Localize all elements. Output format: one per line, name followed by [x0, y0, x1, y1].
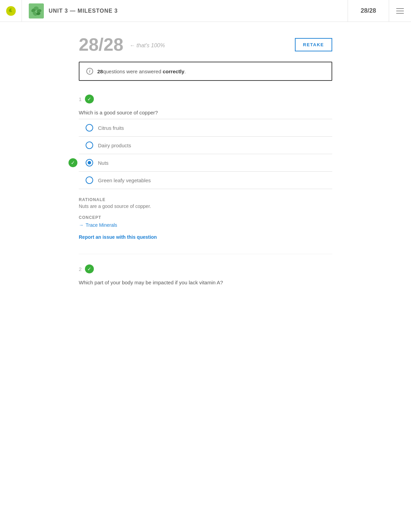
option-dairy-products-label: Dairy products — [98, 143, 131, 148]
unit-title: UNIT 3 — MILESTONE 3 — [49, 8, 118, 14]
unit-icon — [29, 3, 44, 18]
radio-citrus-fruits[interactable] — [86, 124, 93, 132]
question-2-block: 2 ✓ Which part of your body may be impac… — [79, 264, 332, 285]
header-score: 28/28 — [348, 0, 389, 22]
concept-link[interactable]: → Trace Minerals — [79, 222, 117, 228]
svg-rect-0 — [29, 3, 44, 18]
option-citrus-fruits-label: Citrus fruits — [98, 125, 124, 131]
radio-nuts[interactable] — [86, 159, 93, 166]
question-1-number: 1 — [79, 96, 82, 102]
option-nuts-correct-icon: ✓ — [68, 158, 77, 167]
question-2-number: 2 — [79, 266, 82, 272]
concept-label: CONCEPT — [79, 215, 332, 220]
option-nuts[interactable]: ✓ Nuts — [79, 154, 332, 171]
option-dairy-products[interactable]: Dairy products — [79, 136, 332, 154]
rationale-section: RATIONALE Nuts are a good source of copp… — [79, 197, 332, 240]
header-menu-button[interactable] — [389, 0, 411, 22]
score-left: 28/28 ← that's 100% — [79, 36, 165, 53]
question-2-correct-icon: ✓ — [85, 264, 94, 273]
header-unit-info: UNIT 3 — MILESTONE 3 — [22, 0, 348, 22]
score-display: 28/28 — [79, 36, 123, 53]
app-logo[interactable] — [0, 0, 22, 22]
question-2-header: 2 ✓ — [79, 264, 332, 273]
option-citrus-fruits[interactable]: Citrus fruits — [79, 119, 332, 136]
question-1-block: 1 ✓ Which is a good source of copper? Ci… — [79, 95, 332, 240]
info-icon: i — [86, 68, 93, 75]
radio-dairy-products[interactable] — [86, 141, 93, 149]
report-issue-link[interactable]: Report an issue with this question — [79, 234, 157, 240]
concept-link-text: Trace Minerals — [86, 222, 117, 228]
rationale-label: RATIONALE — [79, 197, 332, 202]
question-1-header: 1 ✓ — [79, 95, 332, 103]
option-green-leafy[interactable]: Green leafy vegetables — [79, 171, 332, 189]
question-1-text: Which is a good source of copper? — [79, 110, 332, 115]
option-green-leafy-label: Green leafy vegetables — [98, 177, 151, 183]
question-divider — [79, 254, 332, 254]
score-section: 28/28 ← that's 100% RETAKE — [79, 36, 332, 53]
retake-button[interactable]: RETAKE — [295, 38, 332, 51]
option-nuts-label: Nuts — [98, 160, 109, 166]
info-text: 28questions were answered correctly. — [97, 69, 186, 74]
main-content: 28/28 ← that's 100% RETAKE i 28questions… — [72, 22, 339, 320]
question-1-options: Citrus fruits Dairy products ✓ Nuts G — [79, 119, 332, 189]
question-1-correct-icon: ✓ — [85, 95, 94, 103]
info-box: i 28questions were answered correctly. — [79, 62, 332, 81]
radio-green-leafy[interactable] — [86, 176, 93, 184]
hamburger-icon[interactable] — [396, 8, 404, 14]
score-note: ← that's 100% — [129, 42, 165, 49]
concept-arrow-icon: → — [79, 222, 84, 228]
rationale-text: Nuts are a good source of copper. — [79, 203, 332, 209]
question-2-text: Which part of your body may be impacted … — [79, 280, 332, 285]
header: UNIT 3 — MILESTONE 3 28/28 — [0, 0, 411, 22]
radio-nuts-selected — [88, 161, 91, 164]
